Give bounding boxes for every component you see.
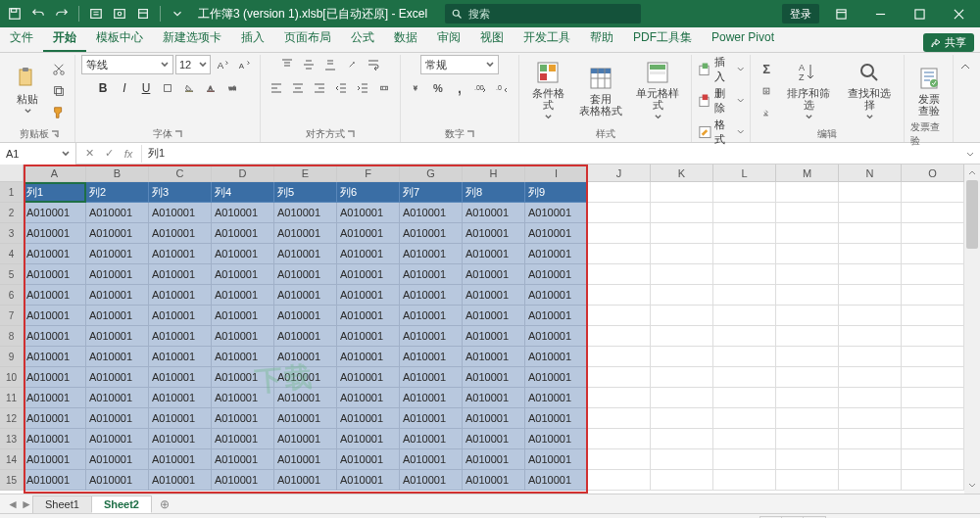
share-button[interactable]: 共享 <box>923 33 974 52</box>
increase-font-icon[interactable]: A <box>213 55 232 74</box>
cell[interactable] <box>713 347 776 367</box>
cell[interactable]: A010001 <box>525 347 588 367</box>
sheet-nav-prev-icon[interactable]: ◄ <box>6 497 20 511</box>
cell[interactable] <box>839 429 902 449</box>
cell[interactable] <box>902 306 964 326</box>
cell[interactable]: A010001 <box>400 244 463 264</box>
cell[interactable]: A010001 <box>400 367 463 388</box>
cell[interactable]: A010001 <box>400 429 463 449</box>
cell[interactable]: A010001 <box>86 285 149 306</box>
format-painter-icon[interactable] <box>49 103 69 122</box>
cell[interactable]: A010001 <box>149 449 212 470</box>
cell[interactable]: A010001 <box>86 388 149 408</box>
cell[interactable] <box>902 367 964 388</box>
ribbon-tab[interactable]: 文件 <box>0 24 43 52</box>
cell[interactable]: A010001 <box>400 264 463 285</box>
cell[interactable]: A010001 <box>400 203 463 223</box>
cell[interactable]: A010001 <box>274 306 337 326</box>
ribbon-tab[interactable]: 开发工具 <box>514 24 580 52</box>
cell[interactable]: A010001 <box>337 470 400 491</box>
cell[interactable] <box>776 347 839 367</box>
number-format-combo[interactable]: 常规 <box>420 55 499 74</box>
sort-filter-button[interactable]: AZ排序和筛选 <box>780 57 837 124</box>
cell[interactable] <box>713 408 776 429</box>
ribbon-tab[interactable]: 页面布局 <box>274 24 341 52</box>
cell[interactable]: A010001 <box>24 223 86 244</box>
cell[interactable]: A010001 <box>337 264 400 285</box>
cell[interactable]: A010001 <box>337 285 400 306</box>
cell[interactable] <box>902 470 964 491</box>
cell[interactable]: A010001 <box>337 449 400 470</box>
cell[interactable]: A010001 <box>24 244 86 264</box>
column-header[interactable]: D <box>212 165 274 182</box>
cell[interactable]: A010001 <box>525 408 588 429</box>
comma-icon[interactable]: , <box>450 78 469 98</box>
invoice-check-button[interactable]: 发票 查验 <box>911 63 947 118</box>
cell[interactable]: A010001 <box>149 306 212 326</box>
row-header[interactable]: 11 <box>0 388 24 408</box>
cell[interactable]: A010001 <box>24 203 86 223</box>
login-button[interactable]: 登录 <box>782 4 819 24</box>
cell[interactable] <box>839 244 902 264</box>
cell[interactable]: A010001 <box>400 347 463 367</box>
cell[interactable] <box>651 367 713 388</box>
column-header[interactable]: O <box>902 165 964 182</box>
font-size-combo[interactable]: 12 <box>175 55 211 74</box>
cell[interactable]: A010001 <box>212 223 274 244</box>
cell[interactable] <box>588 347 651 367</box>
align-right-icon[interactable] <box>310 78 329 98</box>
cell[interactable] <box>902 408 964 429</box>
accept-formula-icon[interactable]: ✓ <box>100 145 118 163</box>
qat-btn-1[interactable] <box>85 3 107 24</box>
cell[interactable] <box>713 326 776 347</box>
sheet-nav-next-icon[interactable]: ► <box>20 497 33 511</box>
fx-icon[interactable]: fx <box>120 145 137 163</box>
cell[interactable] <box>588 367 651 388</box>
cell[interactable]: A010001 <box>337 429 400 449</box>
cell[interactable]: A010001 <box>525 306 588 326</box>
minimize-icon[interactable] <box>862 0 898 27</box>
cell[interactable] <box>776 182 839 203</box>
cell[interactable] <box>588 264 651 285</box>
cell[interactable]: A010001 <box>337 306 400 326</box>
cell[interactable]: A010001 <box>400 223 463 244</box>
cell[interactable]: A010001 <box>337 203 400 223</box>
cell[interactable] <box>651 244 713 264</box>
cell[interactable]: A010001 <box>149 326 212 347</box>
cell[interactable] <box>902 203 964 223</box>
cell[interactable]: 列9 <box>525 182 588 203</box>
cell[interactable]: A010001 <box>337 326 400 347</box>
cell[interactable]: A010001 <box>274 367 337 388</box>
cell[interactable] <box>776 326 839 347</box>
cell[interactable]: A010001 <box>86 326 149 347</box>
cell[interactable] <box>839 223 902 244</box>
column-header[interactable]: J <box>588 165 651 182</box>
ribbon-tab[interactable]: 视图 <box>470 24 514 52</box>
scroll-down-icon[interactable] <box>964 478 980 494</box>
cell[interactable] <box>651 408 713 429</box>
cell[interactable] <box>713 264 776 285</box>
column-header[interactable]: L <box>713 165 776 182</box>
cell[interactable]: A010001 <box>86 347 149 367</box>
cell[interactable] <box>902 449 964 470</box>
save-icon[interactable] <box>4 3 25 24</box>
cell[interactable] <box>839 326 902 347</box>
column-header[interactable]: K <box>651 165 713 182</box>
cell[interactable]: A010001 <box>274 264 337 285</box>
cell[interactable] <box>902 429 964 449</box>
cell[interactable] <box>776 388 839 408</box>
cell[interactable]: A010001 <box>149 244 212 264</box>
cell[interactable] <box>651 264 713 285</box>
cell[interactable] <box>651 388 713 408</box>
cell[interactable] <box>651 285 713 306</box>
cell[interactable]: A010001 <box>274 285 337 306</box>
cell[interactable]: A010001 <box>86 470 149 491</box>
cell[interactable]: A010001 <box>86 367 149 388</box>
redo-icon[interactable] <box>51 3 73 24</box>
cell[interactable]: A010001 <box>24 449 86 470</box>
cell[interactable]: A010001 <box>337 347 400 367</box>
format-cells-button[interactable]: 格式 <box>698 118 744 147</box>
wrap-text-icon[interactable] <box>364 55 383 74</box>
cell[interactable] <box>776 449 839 470</box>
conditional-format-button[interactable]: 条件格式 <box>525 57 571 124</box>
